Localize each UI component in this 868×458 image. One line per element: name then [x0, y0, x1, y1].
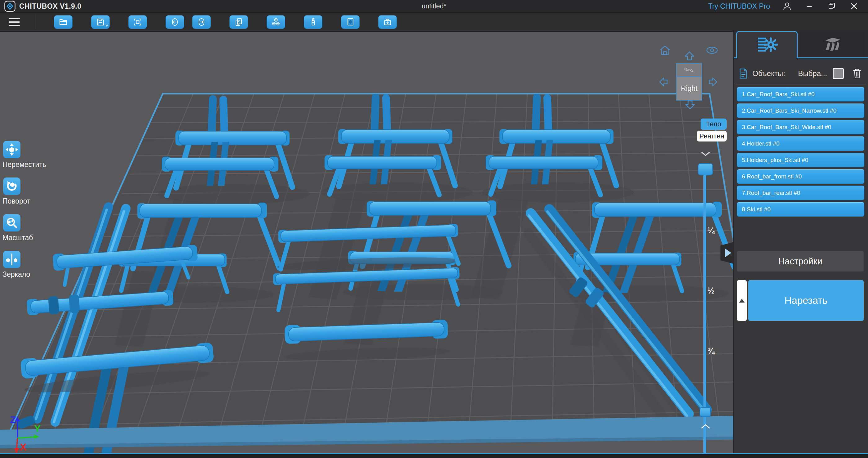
render-mode-toggle: Тело Рентген: [697, 118, 731, 142]
right-panel: Объекты: Выбра... 1.Car_Roof_Bars_Ski.st…: [733, 30, 868, 458]
titlebar: CHITUBOX V1.9.0 untitled* Try CHITUBOX P…: [0, 0, 868, 13]
clip-slider: ¼ ½ ¾: [694, 149, 725, 437]
left-tool-palette: Переместить Поворот: [2, 141, 64, 287]
object-list-item[interactable]: 7.Roof_bar_rear.stl #0: [737, 185, 864, 200]
rotate-icon[interactable]: [3, 177, 21, 195]
close-button[interactable]: [849, 2, 859, 11]
rotate-left-arrow[interactable]: [658, 76, 669, 88]
slice-button[interactable]: Нарезать: [748, 280, 864, 321]
clip-slider-bottom-handle[interactable]: [700, 407, 711, 417]
clip-slider-handle[interactable]: [698, 163, 713, 175]
panel-tabs: [734, 30, 868, 58]
settings-list-icon: [756, 36, 778, 55]
restore-button[interactable]: [827, 2, 837, 11]
selected-label: Выбра...: [798, 69, 827, 78]
render-mode-body[interactable]: Тело: [701, 118, 726, 130]
slider-mark-threequarter: ¾: [707, 346, 715, 356]
object-list: 1.Car_Roof_Bars_Ski.stl #0 2.Car_Roof_Ba…: [737, 87, 864, 217]
redo-button[interactable]: [192, 15, 211, 29]
auto-layout-button[interactable]: [267, 15, 285, 29]
chitubox-window: CHITUBOX V1.9.0 untitled* Try CHITUBOX P…: [0, 0, 868, 458]
save-button[interactable]: ˅: [91, 15, 110, 29]
axis-x-label: X: [20, 441, 27, 453]
main-toolbar: ˅: [0, 13, 868, 32]
window-bottom-edge: [0, 453, 868, 458]
scale-icon[interactable]: [3, 214, 21, 231]
panel-collapse-handle[interactable]: [720, 242, 733, 264]
view-navigation: Top Right: [657, 43, 723, 117]
perspective-toggle-icon[interactable]: [706, 46, 719, 55]
tool-mirror-label: Зеркало: [2, 270, 64, 279]
objects-label: Объекты:: [752, 69, 785, 78]
object-list-item[interactable]: 1.Car_Roof_Bars_Ski.stl #0: [737, 87, 864, 102]
tab-slice-settings[interactable]: [736, 31, 798, 58]
tool-scale[interactable]: Масштаб: [2, 214, 64, 242]
slider-mark-quarter: ¼: [707, 226, 715, 235]
settings-button[interactable]: Настройки: [737, 251, 864, 271]
toolbox-button[interactable]: [378, 15, 397, 29]
axis-indicator: Z Y X: [4, 411, 44, 456]
view-cube[interactable]: Top Right: [676, 63, 702, 101]
view-cube-front-face[interactable]: Right: [677, 77, 702, 100]
undo-button[interactable]: [165, 15, 184, 29]
chevron-up-icon[interactable]: [700, 423, 711, 429]
object-list-item[interactable]: 8.Ski.stl #0: [737, 202, 864, 217]
axis-y-label: Y: [34, 423, 41, 434]
tab-supports[interactable]: [800, 32, 865, 57]
render-mode-xray[interactable]: Рентген: [697, 131, 726, 142]
home-view-icon[interactable]: [659, 45, 671, 56]
snapshot-button[interactable]: [128, 15, 147, 29]
object-list-item[interactable]: 6.Roof_bar_front.stl #0: [737, 169, 864, 184]
rotate-down-arrow[interactable]: [684, 100, 696, 110]
tool-rotate-label: Поворот: [2, 197, 64, 205]
divider: [736, 84, 866, 84]
slice-row: Нарезать: [737, 280, 864, 321]
rotate-up-arrow[interactable]: [683, 51, 695, 61]
chevron-right-icon: [725, 249, 731, 257]
view-cube-top-face[interactable]: Top: [677, 64, 702, 77]
resin-button[interactable]: [304, 15, 322, 29]
move-icon[interactable]: [3, 141, 21, 158]
support-icon: [821, 35, 843, 54]
chevron-down-icon[interactable]: [700, 151, 711, 157]
menu-button[interactable]: [9, 17, 23, 27]
viewport-3d[interactable]: Переместить Поворот: [0, 32, 733, 458]
machine-button[interactable]: [341, 15, 360, 29]
trash-icon[interactable]: [852, 68, 862, 79]
slice-options-button[interactable]: [737, 280, 747, 321]
mirror-icon[interactable]: [3, 251, 21, 268]
object-list-item[interactable]: 3.Car_Roof_Bars_Ski_Wide.stl #0: [737, 120, 864, 134]
triangle-up-icon: [739, 299, 745, 303]
document-icon: [739, 68, 748, 79]
rotate-right-arrow[interactable]: [708, 76, 718, 88]
axis-z-label: Z: [10, 414, 16, 425]
tool-rotate[interactable]: Поворот: [2, 177, 64, 205]
object-list-item[interactable]: 2.Car_Roof_Bars_Ski_Narrow.stl #0: [737, 103, 864, 118]
tool-scale-label: Масштаб: [2, 234, 64, 242]
build-plate-scene: [0, 32, 733, 458]
tool-mirror[interactable]: Зеркало: [2, 251, 64, 279]
minimize-button[interactable]: [804, 2, 815, 11]
toolbar-separator: [35, 15, 35, 29]
clone-button[interactable]: [229, 15, 248, 29]
object-list-item[interactable]: 5.Holders_plus_Ski.stl #0: [737, 153, 864, 167]
try-pro-link[interactable]: Try CHITUBOX Pro: [708, 2, 770, 10]
object-list-item[interactable]: 4.Holder.stl #0: [737, 136, 864, 151]
user-account-icon[interactable]: [782, 2, 793, 11]
select-all-checkbox[interactable]: [833, 68, 844, 79]
app-logo-icon: [4, 1, 16, 12]
app-title: CHITUBOX V1.9.0: [19, 2, 82, 10]
slider-mark-half: ½: [707, 286, 715, 296]
save-dropdown-icon[interactable]: ˅: [105, 23, 108, 28]
tool-move-label: Переместить: [2, 161, 64, 169]
tool-move[interactable]: Переместить: [2, 141, 64, 169]
objects-header: Объекты: Выбра...: [739, 66, 864, 81]
open-file-button[interactable]: [54, 15, 72, 29]
